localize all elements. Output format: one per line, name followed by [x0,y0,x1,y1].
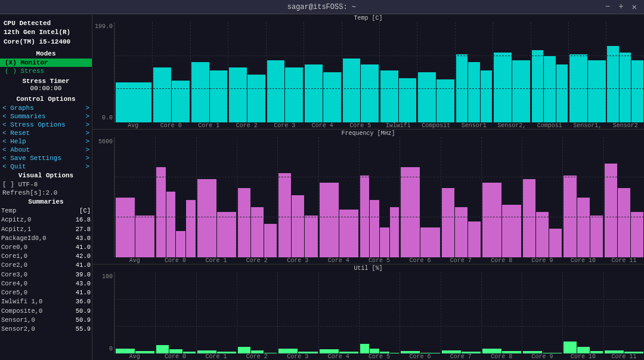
list-item: Iwlwifi 1,036.0 [1,297,91,306]
chart-bar [210,70,228,123]
menu-graphs[interactable]: < Graphs > [0,104,92,112]
chart-bar [631,212,643,257]
chart-bar [399,78,417,122]
column-label: Core 6 [400,257,440,264]
menu-stress-options[interactable]: < Stress Options > [0,121,92,129]
list-item: Core2,041.0 [1,261,91,270]
column-label: Avg [114,257,154,264]
chart-column-group [562,272,603,353]
minimize-button[interactable]: − [603,2,612,12]
stress-timer-value: 00:00:00 [4,85,88,92]
chart-bar [176,231,185,257]
chart-column-group [155,137,196,257]
chart-column-group [379,22,417,122]
chart-bar [590,351,603,353]
chart-bar [229,67,247,123]
mode-monitor[interactable]: (X) Monitor [0,59,92,67]
close-button[interactable]: ✕ [630,2,639,12]
column-label: Core 9 [522,353,562,360]
list-item: Acpitz,016.8 [1,216,91,224]
chart-bar [420,353,439,353]
chart-bar [442,188,454,257]
chart-column-group [228,22,265,122]
list-item: PackageId0,043.0 [1,234,91,243]
chart-bar [135,351,154,353]
menu-summaries[interactable]: < Summaries > [0,112,92,121]
column-label: Core 5 [341,122,379,129]
column-label: Core 1 [196,257,236,264]
menu-about[interactable]: < About > [0,146,92,154]
column-label: Sensor1, [568,122,606,129]
chart-column-group [562,137,603,257]
chart-column-group [522,137,562,257]
summaries-label: Summaries [0,197,92,207]
chart-bar [618,188,630,257]
temp-chart-header: Temp [C] [92,14,644,22]
chart-bar [360,344,370,353]
chart-bar [380,70,398,123]
column-label: Core 9 [522,257,562,264]
window-title: sagar@itsFOSS: ~ [41,3,603,11]
chart-bar [197,350,216,353]
chart-bar [502,205,521,257]
column-label: Sensor2, [493,122,531,129]
chart-bar [305,216,317,257]
chart-column-group [277,137,318,257]
util-chart-title: Util [%] [95,265,642,272]
column-label: Core 3 [277,353,318,360]
menu-quit[interactable]: < Quit > [0,162,92,171]
menu-help[interactable]: < Help > [0,137,92,146]
column-label: Core 8 [481,353,522,360]
column-label: Core 1 [190,122,228,129]
list-item: Sensor2,055.9 [1,325,91,334]
chart-column-group [114,137,155,257]
menu-save-settings[interactable]: < Save Settings > [0,154,92,162]
freq-chart-header: Frequency [MHz] [92,130,644,137]
visual-utf8[interactable]: [ ] UTF-8 [0,180,92,189]
chart-bar [217,212,236,257]
column-label: Core 0 [154,257,195,264]
list-item: Core4,043.0 [1,279,91,288]
column-label: Sensor1 [455,122,493,129]
mode-stress[interactable]: ( ) Stress [0,67,92,75]
freq-chart-grid [114,137,644,257]
chart-column-group [568,22,606,122]
cpu-info: CPU Detected 12th Gen Intel(R) Core(TM) … [0,17,92,49]
menu-reset[interactable]: < Reset > [0,129,92,137]
temp-chart-section: Temp [C] 199.0 0.0 AvgCore 0Core 1Core 2… [92,14,644,130]
chart-column-group [304,22,341,122]
maximize-button[interactable]: + [616,2,626,12]
chart-bar [564,176,576,257]
chart-bar [360,176,370,257]
temp-chart-grid [114,22,644,122]
chart-bar [135,216,154,257]
chart-bar [549,229,562,257]
stress-timer-label: Stress Timer [4,78,88,85]
column-label: Core 5 [358,257,399,264]
chart-bar [320,183,339,257]
column-label: Core 4 [318,353,358,360]
util-chart-header: Util [%] [92,264,644,272]
temp-chart-y-axis: 199.0 0.0 [92,22,114,122]
freq-chart-y-axis: 5600 [92,137,114,257]
util-chart-grid [114,272,644,353]
chart-bar [156,345,169,353]
chart-bar [468,62,479,122]
chart-column-group [359,137,400,257]
column-label: Sensor2 [606,122,645,129]
cpu-model2: Core(TM) i5-12400 [4,38,88,47]
column-label: Composi [531,122,569,129]
column-label: Core 11 [603,257,644,264]
util-chart-y-axis: 100 0 [92,272,114,353]
chart-bar [278,173,291,257]
column-label: Core 1 [196,353,236,360]
chart-column-group [531,22,568,122]
freq-chart-section: Frequency [MHz] 5600 AvgCore 0Core 1Core… [92,130,644,264]
column-label: Core 2 [228,122,266,129]
chart-bar [436,79,454,122]
column-label: Core 6 [400,353,440,360]
chart-bar [588,60,606,122]
stress-timer: Stress Timer 00:00:00 [0,75,92,94]
chart-bar [390,207,400,257]
column-label: Core 10 [562,257,603,264]
